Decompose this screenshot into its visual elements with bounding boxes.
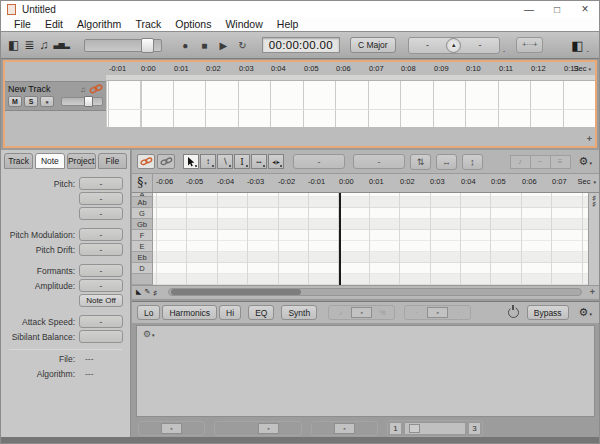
harmonic-active-segment[interactable]: ▪ bbox=[258, 423, 279, 434]
record-button[interactable]: ● bbox=[176, 37, 195, 53]
harmonic-segment[interactable]: · bbox=[237, 423, 258, 434]
time-display[interactable]: 00:00:00.00 bbox=[262, 37, 340, 53]
harmonic-segment[interactable]: · bbox=[216, 423, 237, 434]
display-curve-segment[interactable]: ~ bbox=[530, 155, 551, 169]
editor-settings-button[interactable]: ⚙▾ bbox=[579, 156, 592, 167]
formant-tool-button[interactable]: ∖ bbox=[217, 154, 233, 169]
display-grid-segment[interactable]: ≡ bbox=[550, 155, 571, 169]
synth-button[interactable]: Synth bbox=[281, 305, 317, 320]
canvas-settings-button[interactable]: ⚙▾ bbox=[143, 330, 588, 339]
zoom-slider-handle[interactable] bbox=[141, 38, 154, 53]
panel-toggle-menu-dot[interactable]: . bbox=[583, 44, 592, 58]
minimize-button[interactable]: — bbox=[515, 1, 543, 17]
harmonic-segment[interactable]: · bbox=[279, 423, 300, 434]
algorithm-select[interactable]: - bbox=[293, 154, 345, 169]
formants-field[interactable]: - bbox=[79, 264, 123, 277]
amplitude-tool-button[interactable]: I bbox=[234, 154, 250, 169]
pitch-link-inactive-button[interactable] bbox=[157, 154, 175, 169]
mute-button[interactable]: M bbox=[8, 96, 22, 107]
stop-button[interactable]: ■ bbox=[195, 37, 214, 53]
metronome-left-value[interactable]: - bbox=[409, 40, 447, 50]
pitch-hz-field[interactable]: - bbox=[79, 207, 123, 220]
sound-editor-canvas[interactable]: ⚙▾ bbox=[136, 325, 595, 417]
link-icon[interactable] bbox=[89, 84, 103, 94]
tab-track[interactable]: Track bbox=[4, 153, 33, 169]
note-assignment-icon[interactable]: ♫ bbox=[39, 39, 48, 51]
phase-active-segment[interactable]: ▪ bbox=[334, 423, 355, 434]
note-separation-tool-button[interactable]: ◂|▸ bbox=[268, 154, 284, 169]
source-segment[interactable]: · bbox=[140, 423, 161, 434]
note-assignment-icon[interactable]: ♫ bbox=[80, 85, 86, 94]
solo-button[interactable]: S bbox=[24, 96, 38, 107]
sound-settings-button[interactable]: ⚙▾ bbox=[579, 307, 592, 318]
harmonics-button[interactable]: Harmonics bbox=[162, 305, 217, 320]
scroll-zoom-icon[interactable]: + bbox=[590, 287, 595, 297]
menu-edit[interactable]: Edit bbox=[38, 18, 70, 30]
source-segment[interactable]: · bbox=[182, 423, 203, 434]
metronome-menu-dot[interactable]: . bbox=[500, 44, 509, 58]
piano-key[interactable]: E bbox=[132, 241, 153, 252]
piano-key[interactable]: Eb bbox=[132, 252, 153, 263]
leveling-macro-button[interactable]: ↨ bbox=[462, 154, 483, 170]
track-name[interactable]: New Track bbox=[8, 84, 80, 94]
piano-key[interactable]: F bbox=[132, 230, 153, 241]
metronome-icon[interactable]: ▲ bbox=[446, 38, 461, 53]
cycle-button[interactable]: ↻ bbox=[233, 37, 252, 53]
pitch-drift-field[interactable]: - bbox=[79, 243, 123, 256]
editor-timeline-ruler[interactable]: §▾ -0:06 -0:05 -0:04 -0:03 -0:02 -0:01 0… bbox=[132, 174, 599, 193]
window-layout-icon[interactable]: ◧ bbox=[8, 39, 19, 51]
tab-file[interactable]: File bbox=[98, 153, 127, 169]
quantize-time-macro-button[interactable]: ↔ bbox=[436, 154, 457, 170]
ruler-unit-selector[interactable]: Sec ▾ bbox=[573, 64, 591, 73]
panel-toggle-icon[interactable]: ◧ bbox=[571, 38, 583, 53]
envelope-active-segment[interactable]: ▪ bbox=[427, 307, 448, 318]
zoom-slider[interactable] bbox=[84, 39, 162, 52]
edit-scale-icon[interactable]: ✎ bbox=[144, 288, 150, 296]
menu-algorithm[interactable]: Algorithm bbox=[70, 18, 128, 30]
range-slider-handle[interactable] bbox=[409, 424, 420, 433]
menu-window[interactable]: Window bbox=[218, 18, 269, 30]
envelope-segment[interactable]: · bbox=[406, 307, 427, 318]
reference-pitch-icon[interactable]: ◣ bbox=[136, 288, 141, 296]
pitch-tool-button[interactable]: ↕ bbox=[200, 154, 216, 169]
piano-key[interactable]: Gb bbox=[132, 219, 153, 230]
scale-snap-column[interactable]: ♯ ♯ bbox=[588, 193, 599, 285]
track-lane[interactable] bbox=[106, 81, 595, 127]
track-header[interactable]: New Track ♫ M S ● bbox=[5, 81, 106, 111]
note-grid[interactable] bbox=[153, 193, 588, 285]
track-volume-slider[interactable] bbox=[61, 97, 103, 106]
clef-selector[interactable]: §▾ bbox=[132, 174, 153, 192]
metronome-right-value[interactable]: - bbox=[461, 40, 499, 50]
scrollbar-thumb[interactable] bbox=[171, 289, 301, 295]
menu-track[interactable]: Track bbox=[128, 18, 168, 30]
eq-button[interactable]: EQ bbox=[248, 305, 274, 320]
horizontal-scrollbar[interactable] bbox=[168, 288, 582, 296]
phase-segment[interactable]: · bbox=[313, 423, 334, 434]
display-notes-segment[interactable]: ♪ bbox=[510, 155, 531, 169]
scale-snap-icon[interactable]: ♯ bbox=[153, 289, 157, 296]
amplitude-field[interactable]: - bbox=[79, 279, 123, 292]
metronome-control[interactable]: - ▲ - bbox=[408, 37, 500, 54]
power-toggle-icon[interactable] bbox=[508, 307, 519, 318]
maximize-button[interactable]: □ bbox=[543, 1, 571, 17]
piano-key[interactable]: D bbox=[132, 263, 153, 274]
lo-button[interactable]: Lo bbox=[137, 305, 160, 320]
mixer-icon[interactable]: ≣ bbox=[24, 39, 34, 51]
piano-key[interactable]: Ab bbox=[132, 197, 153, 208]
envelope-segment[interactable]: · bbox=[448, 307, 469, 318]
key-signature-button[interactable]: C Major bbox=[350, 37, 396, 53]
tab-project[interactable]: Project bbox=[67, 153, 96, 169]
timing-tool-button[interactable]: ••• bbox=[251, 154, 267, 169]
bypass-button[interactable]: Bypass bbox=[527, 305, 569, 320]
menu-help[interactable]: Help bbox=[270, 18, 306, 30]
record-arm-button[interactable]: ● bbox=[40, 96, 54, 107]
spectrum-note-segment[interactable]: ♪ bbox=[330, 307, 351, 318]
piano-key[interactable]: G bbox=[132, 208, 153, 219]
pitch-cents-field[interactable]: - bbox=[79, 192, 123, 205]
play-button[interactable]: ▶ bbox=[214, 37, 233, 53]
sibilant-balance-field[interactable] bbox=[79, 330, 123, 343]
menu-options[interactable]: Options bbox=[168, 18, 218, 30]
spectrum-percent-segment[interactable]: % bbox=[372, 307, 393, 318]
autostretch-button[interactable]: +⋯+ bbox=[516, 37, 543, 53]
tab-note[interactable]: Note bbox=[35, 153, 64, 169]
